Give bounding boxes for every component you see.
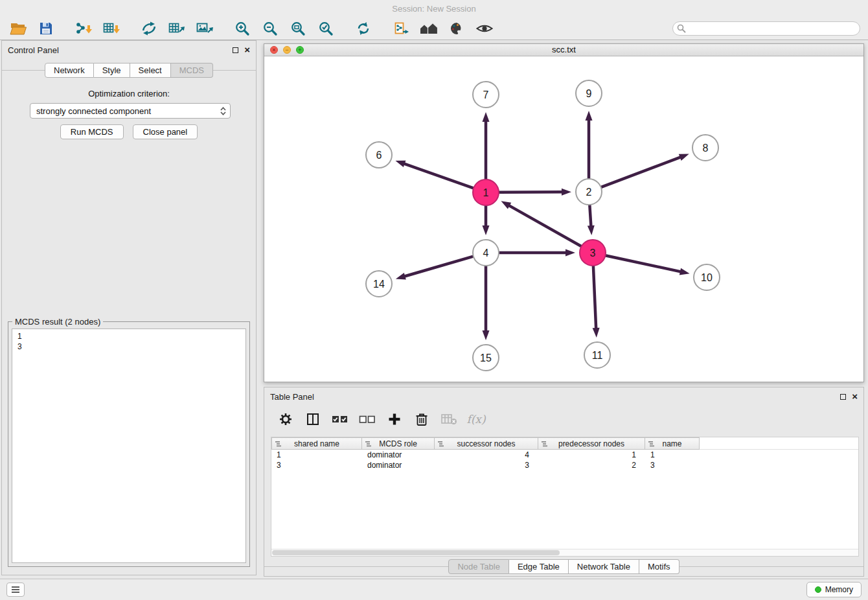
delete-table-button[interactable] — [440, 411, 457, 428]
add-column-button[interactable] — [386, 411, 403, 428]
graph-node-15[interactable]: 15 — [473, 345, 499, 371]
column-header-mcds-role[interactable]: MCDS role — [362, 437, 435, 450]
graph-edge-1-2[interactable] — [499, 189, 571, 196]
tab-mcds[interactable]: MCDS — [171, 63, 213, 78]
graph-node-9[interactable]: 9 — [576, 80, 602, 106]
svg-text:14: 14 — [373, 279, 385, 290]
graph-node-2[interactable]: 2 — [576, 179, 602, 205]
window-titlebar: Session: New Session — [0, 0, 868, 17]
tab-edge-table[interactable]: Edge Table — [509, 559, 569, 574]
graph-edge-1-6[interactable] — [395, 161, 473, 188]
task-history-button[interactable] — [6, 583, 25, 597]
search-input[interactable] — [672, 21, 860, 36]
float-table-panel-icon[interactable] — [840, 394, 846, 400]
graph-node-1[interactable]: 1 — [473, 179, 499, 205]
graph-node-3[interactable]: 3 — [580, 240, 606, 266]
column-header-shared-name[interactable]: shared name — [271, 437, 362, 450]
delete-table-icon — [440, 413, 457, 426]
table-horizontal-scrollbar[interactable] — [271, 549, 858, 556]
cell-mcds-role: dominator — [362, 450, 435, 460]
table-row[interactable]: 1 dominator 4 1 1 — [271, 450, 858, 460]
graph-node-7[interactable]: 7 — [473, 82, 499, 108]
graph-edge-1-7[interactable] — [483, 112, 490, 179]
show-columns-button[interactable] — [304, 411, 321, 428]
close-panel-button[interactable]: Close panel — [133, 124, 198, 139]
tab-motifs[interactable]: Motifs — [639, 559, 680, 574]
function-builder-button[interactable]: f(x) — [468, 411, 485, 428]
svg-text:9: 9 — [586, 88, 592, 99]
column-header-name[interactable]: name — [645, 437, 700, 450]
export-network-button[interactable] — [139, 19, 159, 38]
zoom-in-button[interactable] — [232, 19, 253, 38]
column-header-predecessor-nodes[interactable]: predecessor nodes — [538, 437, 645, 450]
export-table-button[interactable] — [166, 19, 187, 38]
graph-edge-3-1[interactable] — [501, 201, 581, 246]
select-all-icon — [332, 414, 348, 424]
column-label: shared name — [294, 439, 339, 448]
graph-edge-2-9[interactable] — [586, 111, 593, 178]
export-image-button[interactable] — [194, 19, 215, 38]
control-panel-title: Control Panel — [8, 45, 59, 55]
mcds-result-list[interactable]: 1 3 — [12, 329, 246, 563]
svg-text:2: 2 — [586, 187, 592, 198]
close-window-icon[interactable]: × — [270, 46, 278, 54]
save-session-button[interactable] — [36, 19, 56, 38]
select-all-columns-button[interactable] — [332, 411, 348, 428]
graph-node-4[interactable]: 4 — [473, 240, 499, 266]
zoom-selected-icon — [318, 21, 334, 36]
app-window: Session: New Session — [0, 0, 868, 600]
graph-edge-2-3[interactable] — [588, 205, 595, 235]
graph-edge-3-11[interactable] — [593, 266, 600, 338]
tab-network-table[interactable]: Network Table — [569, 559, 639, 574]
import-table-button[interactable] — [101, 19, 122, 38]
memory-button[interactable]: Memory — [806, 582, 862, 597]
graph-node-8[interactable]: 8 — [692, 135, 718, 161]
column-function-icon — [365, 441, 372, 448]
refresh-layout-button[interactable] — [353, 19, 374, 38]
network-canvas[interactable]: 7968124310141511 — [264, 56, 863, 382]
run-mcds-button[interactable]: Run MCDS — [60, 124, 124, 139]
first-neighbors-button[interactable] — [418, 19, 439, 38]
tab-node-table[interactable]: Node Table — [448, 559, 509, 574]
graph-node-11[interactable]: 11 — [584, 342, 610, 368]
criterion-dropdown[interactable]: strongly connected component — [30, 103, 231, 119]
zoom-selected-button[interactable] — [315, 19, 336, 38]
table-row[interactable]: 3 dominator 3 2 3 — [271, 460, 858, 470]
table-settings-button[interactable] — [277, 411, 294, 428]
node-table: shared name MCDS role successor nodes — [271, 437, 859, 557]
column-label: MCDS role — [379, 439, 417, 448]
tab-style[interactable]: Style — [94, 63, 130, 78]
graph-edge-3-10[interactable] — [606, 255, 690, 275]
minimize-window-icon[interactable]: − — [283, 46, 291, 54]
column-header-successor-nodes[interactable]: successor nodes — [435, 437, 538, 450]
graph-node-10[interactable]: 10 — [694, 264, 720, 290]
maximize-window-icon[interactable]: + — [296, 46, 304, 54]
graph-edge-4-14[interactable] — [396, 257, 473, 280]
show-graphics-details-button[interactable] — [474, 19, 495, 38]
deselect-all-icon — [359, 414, 376, 424]
open-session-button[interactable] — [8, 19, 29, 38]
zoom-out-button[interactable] — [260, 19, 280, 38]
graph-edge-4-3[interactable] — [499, 249, 575, 257]
import-network-button[interactable] — [73, 19, 94, 38]
graph-edge-2-8[interactable] — [602, 154, 689, 187]
delete-column-button[interactable] — [413, 411, 430, 428]
graph-edge-4-15[interactable] — [483, 266, 490, 340]
deselect-all-columns-button[interactable] — [359, 411, 376, 428]
houses-icon — [419, 21, 439, 36]
scrollbar-handle[interactable] — [272, 550, 560, 555]
graph-node-14[interactable]: 14 — [366, 271, 392, 297]
style-button[interactable] — [446, 19, 467, 38]
clone-network-button[interactable] — [391, 19, 411, 38]
network-window-titlebar[interactable]: × − + scc.txt — [264, 44, 863, 56]
graph-edge-1-4[interactable] — [483, 206, 490, 235]
tab-network[interactable]: Network — [45, 63, 94, 78]
graph-node-6[interactable]: 6 — [366, 142, 392, 168]
float-panel-icon[interactable] — [233, 47, 238, 53]
zoom-fit-button[interactable] — [288, 19, 308, 38]
close-table-panel-icon[interactable]: × — [852, 393, 858, 400]
close-panel-icon[interactable]: × — [244, 46, 250, 54]
svg-text:4: 4 — [483, 248, 489, 259]
cell-successor-nodes: 4 — [435, 450, 538, 460]
tab-select[interactable]: Select — [130, 63, 171, 78]
